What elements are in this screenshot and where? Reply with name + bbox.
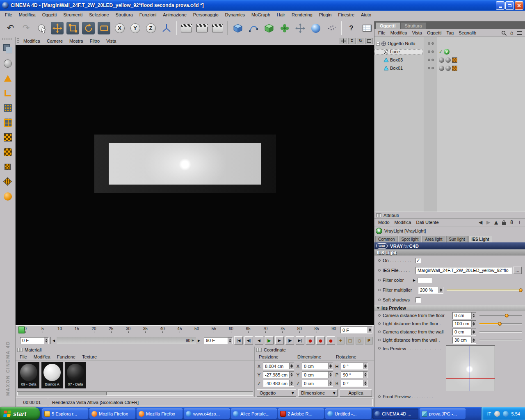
- render-visibility-dot[interactable]: [431, 67, 434, 69]
- search-button[interactable]: [501, 30, 507, 36]
- enabled-check-icon[interactable]: ✓: [439, 49, 443, 55]
- make-editable-button[interactable]: [1, 42, 14, 55]
- mode-toolbar-grip[interactable]: [2, 38, 13, 40]
- spinner[interactable]: [438, 287, 443, 293]
- camera-floor-slider[interactable]: [479, 315, 522, 316]
- next-frame-button[interactable]: ▶: [275, 336, 284, 345]
- render-visibility-dot[interactable]: [431, 50, 434, 53]
- menu-strumenti[interactable]: Strumenti: [60, 11, 86, 18]
- lock-y-axis-button[interactable]: Y: [128, 21, 143, 36]
- redo-button[interactable]: ↷: [18, 21, 34, 36]
- loop-start-field[interactable]: 0 F: [20, 337, 49, 344]
- material-thumbnail[interactable]: Bianco A: [41, 362, 63, 388]
- spinner[interactable]: [471, 313, 476, 319]
- light-floor-field[interactable]: 100 cm: [452, 320, 476, 327]
- material-tag-icon[interactable]: [439, 66, 444, 71]
- taskbar-item-untitled[interactable]: Untitled -...: [325, 409, 371, 419]
- filter-multiplier-slider[interactable]: [447, 290, 522, 291]
- record-keyframe-button[interactable]: ●: [306, 336, 315, 345]
- vray-light-tag-icon[interactable]: V: [444, 49, 450, 55]
- undo-button[interactable]: ↶: [3, 21, 18, 36]
- texture-axis-mode-button[interactable]: [1, 175, 14, 188]
- materials-panel-grip[interactable]: [17, 348, 23, 352]
- pos-y-field[interactable]: -27.985 cm: [263, 371, 294, 378]
- next-key-button[interactable]: |▶: [285, 336, 294, 345]
- live-selection-button[interactable]: [34, 21, 49, 36]
- menu-plugin[interactable]: Plugin: [316, 11, 335, 18]
- on-checkbox[interactable]: ✓: [415, 258, 421, 263]
- materials-menu-file[interactable]: File: [16, 353, 30, 361]
- texture-mode-button[interactable]: [1, 146, 14, 158]
- browse-button[interactable]: ...: [513, 267, 522, 274]
- add-scene-object-button[interactable]: [308, 21, 323, 36]
- materials-scrollbar-thumb[interactable]: [17, 392, 107, 395]
- render-visibility-dot[interactable]: [431, 42, 434, 45]
- model-mode-button[interactable]: [1, 57, 14, 70]
- tab-common[interactable]: Common: [375, 236, 398, 242]
- om-menu-tag[interactable]: Tag: [444, 30, 456, 36]
- axis-mode-button[interactable]: [1, 72, 14, 84]
- start-button[interactable]: start: [0, 407, 40, 420]
- frame-spinner[interactable]: [368, 327, 372, 333]
- material-tag-icon[interactable]: [445, 66, 451, 71]
- light-wall-field[interactable]: 30 cm: [452, 337, 476, 344]
- taskbar-item-firefox-2[interactable]: Mozilla Firefox: [137, 409, 183, 419]
- menu-funzioni[interactable]: Funzioni: [136, 11, 160, 18]
- new-panel-button[interactable]: +: [516, 219, 523, 226]
- render-picture-viewer-button[interactable]: [194, 21, 210, 36]
- pos-x-field[interactable]: 8.004 cm: [263, 363, 294, 370]
- attr-menu-modifica[interactable]: Modifica: [392, 219, 414, 226]
- texture-tile-mode-button[interactable]: [1, 160, 14, 173]
- render-view-button[interactable]: [179, 21, 194, 36]
- language-indicator[interactable]: IT: [487, 411, 491, 416]
- taskbar-item-cinema4d[interactable]: CINEMA 4D ...: [372, 409, 418, 419]
- move-tool-button[interactable]: [50, 21, 65, 36]
- loop-start-spinner[interactable]: [44, 338, 48, 344]
- polygons-mode-button[interactable]: [1, 131, 14, 144]
- menu-file[interactable]: File: [2, 11, 16, 18]
- spinner[interactable]: [363, 363, 368, 369]
- rot-h-field[interactable]: 0 °: [341, 363, 368, 370]
- menu-rendering[interactable]: Rendering: [288, 11, 316, 18]
- taskbar-item-c4dzone[interactable]: www.c4dzo...: [184, 409, 230, 419]
- materials-menu-funzione[interactable]: Funzione: [54, 353, 79, 361]
- viewport-menu-modifica[interactable]: Modifica: [20, 37, 43, 45]
- dolly-view-button[interactable]: ↕: [348, 38, 356, 44]
- menu-finestre[interactable]: Finestre: [335, 11, 358, 18]
- tree-row-luce[interactable]: Luce ✓ V: [374, 48, 525, 56]
- rotate-view-button[interactable]: ↻: [357, 38, 364, 44]
- om-menu-oggetti[interactable]: Oggetti: [425, 30, 444, 36]
- dimension-mode-dropdown[interactable]: Dimensione▼: [298, 389, 338, 397]
- tab-struttura[interactable]: Struttura: [401, 23, 426, 29]
- viewport-menu-filtro[interactable]: Filtro: [87, 37, 103, 45]
- editor-visibility-dot[interactable]: [428, 67, 430, 69]
- tray-network-icon[interactable]: [503, 411, 509, 417]
- window-titlebar[interactable]: CINEMA 4D - [MarginWall_24F.T_2W_20LED_y…: [0, 0, 525, 11]
- material-tag-icon[interactable]: [445, 57, 451, 63]
- spinner[interactable]: [471, 337, 476, 343]
- viewport-menu-vista[interactable]: Vista: [103, 37, 119, 45]
- spinner[interactable]: [471, 329, 476, 335]
- rot-p-field[interactable]: 90 °: [341, 371, 368, 378]
- spinner[interactable]: [289, 363, 294, 369]
- materials-scrollbar[interactable]: [17, 391, 253, 396]
- ies-file-field[interactable]: MarginWall_24F.T_2W_20LED_yellow_92°flo: [415, 267, 512, 274]
- record-rotation-toggle[interactable]: ○: [356, 337, 363, 345]
- rotation-header[interactable]: Rotazione: [332, 354, 370, 360]
- tree-row-box01[interactable]: Box01: [374, 64, 525, 72]
- filter-color-swatch[interactable]: [417, 278, 432, 283]
- range-right-arrow-icon[interactable]: ▶: [196, 337, 202, 344]
- lock-button[interactable]: [501, 219, 507, 226]
- spinner[interactable]: [471, 321, 476, 327]
- render-viewport[interactable]: [16, 45, 374, 325]
- viewport-menu-mostra[interactable]: Mostra: [66, 37, 87, 45]
- minimize-button[interactable]: [496, 1, 504, 10]
- object-mode-dropdown[interactable]: Oggetto▼: [257, 389, 296, 397]
- material-thumbnail[interactable]: 07 - Defa: [65, 362, 86, 388]
- parent-object-button[interactable]: ▲: [493, 219, 499, 226]
- add-spline-button[interactable]: [246, 21, 261, 36]
- toggle-view-button[interactable]: [365, 38, 373, 44]
- previous-key-button[interactable]: ◀|: [244, 336, 253, 345]
- tray-app-icon[interactable]: [494, 411, 500, 417]
- play-button[interactable]: ▶: [265, 336, 274, 345]
